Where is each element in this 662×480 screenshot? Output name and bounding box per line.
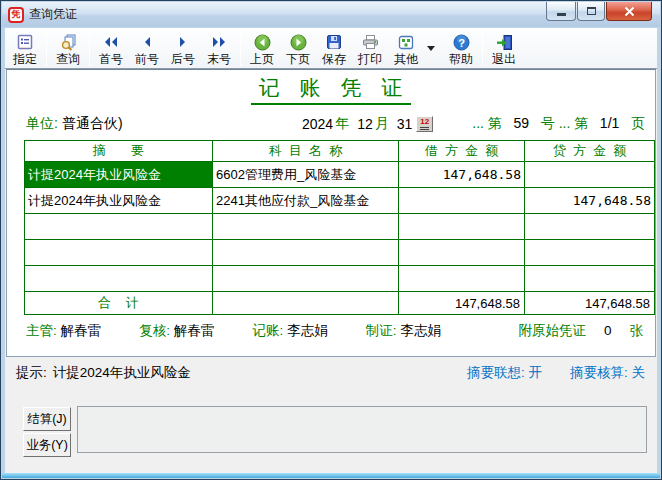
cell-debit[interactable] (399, 266, 525, 292)
window-controls (545, 2, 652, 21)
page-number: 1/1 (600, 115, 619, 131)
cell-debit[interactable] (399, 240, 525, 266)
dots: ... (472, 115, 484, 131)
minimize-icon (557, 13, 566, 16)
cell-account[interactable]: 2241其他应付款_风险基金 (213, 188, 399, 214)
toolbar-button-first[interactable]: 首号 (93, 30, 129, 68)
header-account: 科 目 名 称 (213, 141, 399, 162)
signer-name: 李志娟 (287, 323, 328, 338)
cell-summary[interactable] (25, 240, 213, 266)
toolbar-label: 帮助 (449, 52, 473, 67)
summary-association-toggle[interactable]: 摘要联想: 开 (467, 364, 542, 382)
cell-credit[interactable]: 147,648.58 (525, 188, 655, 214)
voucher-table: 摘 要 科 目 名 称 借 方 金 额 贷 方 金 额 计提2024年执业风险金… (24, 140, 655, 315)
voucher-date: 2024年 12月 31 12 (302, 115, 433, 133)
cell-summary[interactable] (25, 266, 213, 292)
other-icon (398, 33, 414, 52)
number-prefix: 第 (488, 115, 502, 131)
cell-credit[interactable] (525, 214, 655, 240)
table-row (25, 214, 655, 240)
print-icon (362, 33, 379, 52)
date-month: 12 (357, 116, 373, 132)
unit-label: 单位: (26, 115, 58, 131)
hint-text: 提示:计提2024年执业风险金 (16, 364, 191, 382)
assoc-value: 开 (528, 365, 542, 380)
cell-account[interactable] (213, 266, 399, 292)
toolbar-button-other[interactable]: 其他 (388, 30, 424, 68)
total-label: 合 计 (25, 292, 213, 315)
toolbar-label: 打印 (358, 52, 382, 67)
toolbar-label: 首号 (99, 52, 123, 67)
check-label: 摘要核算: (570, 365, 628, 380)
toolbar-button-exit[interactable]: 退出 (486, 30, 522, 68)
maximize-button[interactable] (577, 2, 605, 21)
date-year-unit: 年 (335, 115, 349, 133)
cell-debit[interactable] (399, 188, 525, 214)
toolbar-button-help[interactable]: ? 帮助 (443, 30, 479, 68)
toolbar-label: 其他 (394, 52, 418, 67)
previous-icon (142, 33, 152, 52)
toolbar-button-previous[interactable]: 前号 (129, 30, 165, 68)
toolbar-separator (46, 32, 47, 66)
signer-reviewer: 复核:解春雷 (139, 322, 214, 340)
date-year: 2024 (302, 116, 333, 132)
settle-button[interactable]: 结算(J) (23, 407, 71, 431)
toolbar-button-next[interactable]: 后号 (165, 30, 201, 68)
date-month-unit: 月 (375, 115, 389, 133)
table-row: 计提2024年执业风险金 6602管理费用_风险基金 147,648.58 (25, 162, 655, 188)
toolbar-label: 末号 (207, 52, 231, 67)
check-value: 关 (632, 365, 646, 380)
page-prefix: 第 (574, 115, 588, 131)
toolbar-button-print[interactable]: 打印 (352, 30, 388, 68)
svg-text:?: ? (458, 36, 465, 48)
cell-summary[interactable]: 计提2024年执业风险金 (25, 188, 213, 214)
toolbar-button-save[interactable]: 保存 (316, 30, 352, 68)
summary-accounting-toggle[interactable]: 摘要核算: 关 (570, 364, 645, 382)
cell-debit[interactable]: 147,648.58 (399, 162, 525, 188)
attachment-count: 附原始凭证0张 (518, 322, 643, 340)
table-total-row: 合 计 147,648.58 147,648.58 (25, 292, 655, 315)
cell-summary-selected[interactable]: 计提2024年执业风险金 (25, 162, 213, 188)
toolbar-button-last[interactable]: 末号 (201, 30, 237, 68)
table-row: 计提2024年执业风险金 2241其他应付款_风险基金 147,648.58 (25, 188, 655, 214)
status-toggles: 摘要联想: 开 摘要核算: 关 (467, 364, 645, 382)
cell-credit[interactable] (525, 162, 655, 188)
footer-panel (77, 406, 647, 453)
search-icon (60, 33, 77, 52)
signer-name: 李志娟 (401, 323, 442, 338)
maximize-icon (587, 7, 596, 15)
cell-account[interactable] (213, 240, 399, 266)
calendar-picker-button[interactable]: 12 (416, 116, 433, 132)
attachment-value: 0 (604, 323, 612, 338)
signer-name: 解春雷 (61, 323, 102, 338)
first-icon (103, 33, 119, 52)
cell-summary[interactable] (25, 214, 213, 240)
table-header-row: 摘 要 科 目 名 称 借 方 金 额 贷 方 金 额 (25, 141, 655, 162)
toolbar-label: 查询 (56, 52, 80, 67)
other-dropdown-button[interactable] (424, 30, 437, 68)
table-row (25, 266, 655, 292)
cell-credit[interactable] (525, 240, 655, 266)
cell-credit[interactable] (525, 266, 655, 292)
page-down-icon (290, 33, 307, 52)
toolbar: 指定 查询 首号 前号 后号 (5, 28, 657, 69)
cell-debit[interactable] (399, 214, 525, 240)
toolbar-button-page-up[interactable]: 上页 (244, 30, 280, 68)
minimize-button[interactable] (546, 2, 576, 21)
close-button[interactable] (606, 2, 652, 21)
signer-label: 制证: (366, 323, 397, 338)
window-body: 记 账 凭 证 单位:普通合伙) 2024年 12月 31 12 ... 第 5… (5, 69, 657, 473)
toolbar-button-query[interactable]: 查询 (50, 30, 86, 68)
toolbar-separator (89, 32, 90, 66)
toolbar-button-assign[interactable]: 指定 (7, 30, 43, 68)
toolbar-label: 上页 (250, 52, 274, 67)
business-button[interactable]: 业务(Y) (23, 433, 71, 457)
header-credit: 贷 方 金 额 (525, 141, 655, 162)
cell-account[interactable]: 6602管理费用_风险基金 (213, 162, 399, 188)
cell-account[interactable] (213, 214, 399, 240)
toolbar-button-page-down[interactable]: 下页 (280, 30, 316, 68)
close-icon (624, 6, 635, 17)
dots: ... (559, 115, 571, 131)
attachment-unit: 张 (630, 323, 644, 338)
save-icon (326, 33, 342, 52)
